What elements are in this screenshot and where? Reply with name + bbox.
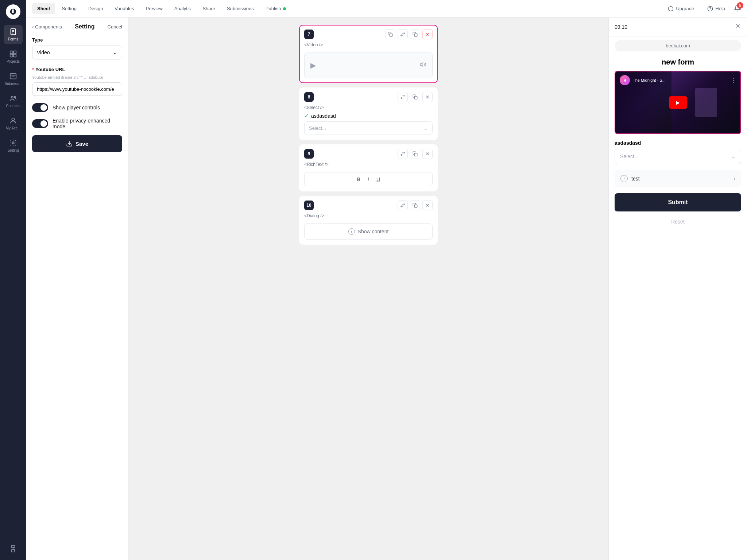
card-10-duplicate-action[interactable] bbox=[410, 200, 420, 210]
form-card-7: 7 bbox=[299, 25, 438, 83]
tab-variables[interactable]: Variables bbox=[109, 3, 139, 14]
svg-rect-5 bbox=[10, 51, 13, 54]
card-move-action[interactable] bbox=[398, 29, 408, 39]
card-8-duplicate-action[interactable] bbox=[410, 92, 420, 102]
sidebar-forms-label: Forms bbox=[8, 37, 18, 41]
tab-design[interactable]: Design bbox=[83, 3, 108, 14]
sidebar-item-plugin[interactable] bbox=[4, 542, 23, 556]
save-button[interactable]: Save bbox=[32, 135, 122, 152]
help-label: Help bbox=[715, 6, 725, 11]
svg-point-12 bbox=[11, 96, 13, 98]
underline-button[interactable]: U bbox=[376, 176, 380, 182]
chevron-down-icon: ⌄ bbox=[424, 125, 428, 131]
preview-submit-button[interactable]: Submit bbox=[615, 193, 741, 211]
preview-time: 09:10 bbox=[615, 24, 627, 30]
svg-rect-23 bbox=[414, 34, 417, 36]
yt-play-button[interactable] bbox=[669, 96, 687, 109]
dialog-info-icon: i bbox=[620, 175, 628, 182]
svg-rect-29 bbox=[414, 96, 417, 99]
video-preview: ▶ bbox=[304, 52, 433, 78]
required-indicator: * bbox=[32, 67, 34, 72]
player-controls-toggle[interactable] bbox=[32, 103, 48, 112]
back-to-components[interactable]: ‹ Components bbox=[32, 24, 62, 30]
sidebar-item-contacts[interactable]: Contacts bbox=[4, 92, 23, 111]
sidebar-myacc-label: My Acc... bbox=[6, 126, 21, 130]
select-field-label: asdasdasd bbox=[311, 113, 336, 119]
volume-icon bbox=[420, 61, 426, 69]
select-dropdown-8[interactable]: Select... ⌄ bbox=[304, 121, 433, 135]
sidebar-item-myacc[interactable]: My Acc... bbox=[4, 114, 23, 133]
card-8-delete-action[interactable] bbox=[422, 92, 433, 102]
card-copy-action[interactable] bbox=[385, 29, 395, 39]
card-tag-9: <RichText /> bbox=[300, 162, 437, 169]
sidebar-item-setting[interactable]: Setting bbox=[4, 136, 23, 155]
svg-marker-26 bbox=[421, 63, 423, 67]
privacy-mode-toggle[interactable] bbox=[32, 119, 48, 128]
type-select[interactable]: Video ⌄ bbox=[32, 46, 122, 59]
show-content-button[interactable]: i Show content bbox=[304, 223, 433, 240]
sidebar-setting-label: Setting bbox=[7, 148, 19, 152]
dialog-label: test bbox=[631, 176, 640, 182]
preview-video-player[interactable]: R The Midnight - S... ⋮ bbox=[615, 71, 741, 134]
preview-close-button[interactable] bbox=[735, 23, 741, 31]
chevron-right-icon: › bbox=[734, 175, 735, 182]
preview-url-bar: beekai.com bbox=[615, 40, 741, 51]
card-tag-8: <Select /> bbox=[300, 105, 437, 112]
svg-rect-34 bbox=[414, 153, 417, 156]
sidebar: Forms Projects Submiss... Contacts bbox=[0, 0, 26, 560]
upgrade-button[interactable]: Upgrade bbox=[663, 4, 698, 14]
bold-button[interactable]: B bbox=[356, 176, 360, 182]
notifications-button[interactable]: 5 bbox=[734, 4, 741, 13]
privacy-mode-toggle-row: Enable privacy-enhanced mode bbox=[32, 118, 122, 129]
play-icon: ▶ bbox=[310, 61, 316, 70]
card-9-duplicate-action[interactable] bbox=[410, 149, 420, 159]
sidebar-item-forms[interactable]: Forms bbox=[4, 25, 23, 44]
app-logo[interactable] bbox=[6, 4, 20, 19]
preview-panel: 09:10 beekai.com new form bbox=[608, 18, 747, 560]
preview-reset-button[interactable]: Reset bbox=[609, 216, 747, 228]
help-button[interactable]: Help bbox=[703, 4, 729, 14]
richtext-toolbar: B i U bbox=[304, 172, 433, 186]
info-icon: i bbox=[348, 228, 355, 235]
card-tag-10: <Dialog /> bbox=[300, 213, 437, 221]
sidebar-projects-label: Projects bbox=[7, 59, 20, 63]
tab-publish[interactable]: Publish bbox=[260, 3, 291, 14]
svg-point-13 bbox=[14, 97, 16, 98]
card-duplicate-action[interactable] bbox=[410, 29, 420, 39]
svg-rect-9 bbox=[10, 74, 16, 79]
card-9-move-action[interactable] bbox=[398, 149, 408, 159]
tab-analytic[interactable]: Analytic bbox=[169, 3, 196, 14]
card-10-delete-action[interactable] bbox=[422, 200, 433, 210]
card-8-move-action[interactable] bbox=[398, 92, 408, 102]
svg-rect-6 bbox=[13, 51, 16, 54]
svg-rect-16 bbox=[11, 545, 15, 548]
italic-button[interactable]: i bbox=[368, 176, 369, 182]
tab-share[interactable]: Share bbox=[197, 3, 220, 14]
chevron-down-icon: ⌄ bbox=[731, 153, 736, 159]
form-card-10: 10 <Dialog /> bbox=[299, 196, 438, 245]
card-10-move-action[interactable] bbox=[398, 200, 408, 210]
tab-sheet[interactable]: Sheet bbox=[32, 3, 55, 14]
preview-form-title: new form bbox=[609, 55, 747, 71]
check-circle-icon: ✓ bbox=[304, 112, 309, 119]
yt-channel-icon: R bbox=[620, 75, 630, 85]
yt-more-options[interactable]: ⋮ bbox=[730, 77, 736, 84]
tab-submissions[interactable]: Submissions bbox=[222, 3, 259, 14]
preview-dialog-row[interactable]: i test › bbox=[615, 170, 741, 187]
youtube-url-input[interactable] bbox=[32, 82, 122, 96]
sidebar-submissions-label: Submiss... bbox=[5, 82, 22, 86]
sidebar-item-projects[interactable]: Projects bbox=[4, 47, 23, 66]
preview-select-field[interactable]: Select... ⌄ bbox=[615, 149, 741, 164]
card-number-10: 10 bbox=[304, 201, 314, 210]
chevron-down-icon: ⌄ bbox=[113, 50, 117, 55]
form-canvas: 7 bbox=[128, 18, 608, 560]
sidebar-item-submissions[interactable]: Submiss... bbox=[4, 69, 23, 89]
tab-preview[interactable]: Preview bbox=[141, 3, 168, 14]
player-controls-label: Show player controls bbox=[53, 105, 100, 110]
cancel-button[interactable]: Cancel bbox=[108, 24, 122, 30]
publish-status-dot bbox=[283, 7, 286, 10]
card-delete-action[interactable] bbox=[422, 29, 433, 39]
tab-setting[interactable]: Setting bbox=[57, 3, 81, 14]
card-9-delete-action[interactable] bbox=[422, 149, 433, 159]
preview-select-label: asdasdasd bbox=[609, 140, 747, 149]
